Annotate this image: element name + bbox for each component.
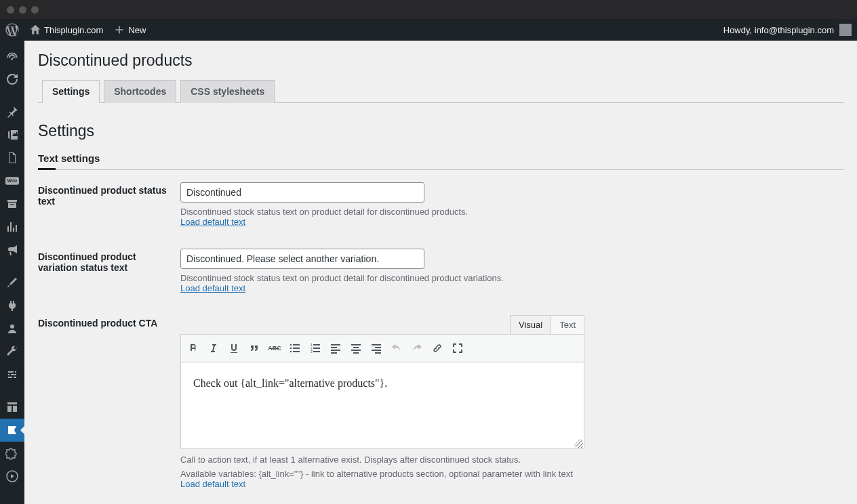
chart-bar-icon <box>5 220 19 234</box>
editor-text: Check out {alt_link="alternative product… <box>193 377 387 389</box>
plus-icon <box>114 24 125 35</box>
menu-generic-1[interactable] <box>0 442 24 465</box>
link-load-default-status[interactable]: Load default text <box>180 217 245 227</box>
menu-products[interactable] <box>0 192 24 215</box>
editor-redo-button[interactable] <box>407 339 426 358</box>
page-title: Discontinued products <box>38 51 843 70</box>
editor-italic-button[interactable] <box>204 339 223 358</box>
desc-cta-1: Call to action text, if at least 1 alter… <box>180 455 837 465</box>
section-title: Settings <box>38 122 843 140</box>
menu-tools[interactable] <box>0 340 24 363</box>
user-icon <box>5 322 19 335</box>
admin-bar: Thisplugin.com New Howdy, info@thisplugi… <box>0 19 857 41</box>
menu-marketing[interactable] <box>0 238 24 261</box>
menu-updates[interactable] <box>0 68 24 91</box>
bold-icon <box>186 341 200 355</box>
input-status-text[interactable] <box>180 182 424 203</box>
editor-ol-button[interactable]: 123 <box>306 339 325 358</box>
quote-icon <box>247 341 261 355</box>
editor-strike-button[interactable]: ABC <box>265 339 284 358</box>
italic-icon <box>207 341 220 355</box>
input-variation-status-text[interactable] <box>180 249 424 269</box>
editor-quote-button[interactable] <box>245 339 264 358</box>
admin-menu: Woo <box>0 41 24 504</box>
window-chrome <box>0 0 857 19</box>
label-cta: Discontinued product CTA <box>38 304 180 500</box>
menu-woocommerce[interactable]: Woo <box>0 169 24 192</box>
label-status-text: Discontinued product status text <box>38 171 180 238</box>
traffic-light-zoom[interactable] <box>31 6 39 14</box>
editor-fullscreen-button[interactable] <box>448 339 467 358</box>
menu-dashboard[interactable] <box>0 45 24 68</box>
desc-cta-2: Available variables: {alt_link=""} - lin… <box>180 469 837 479</box>
align-center-icon <box>349 341 363 355</box>
archive-icon <box>5 197 19 211</box>
editor-bold-button[interactable] <box>184 339 203 358</box>
dashboard-icon <box>5 49 19 63</box>
subsection-title: Text settings <box>38 152 843 170</box>
wrench-icon <box>5 345 19 358</box>
media-icon <box>5 128 19 142</box>
link-icon <box>431 341 444 355</box>
brush-icon <box>5 276 19 289</box>
nav-tabs: Settings Shortcodes CSS stylesheets <box>38 79 843 103</box>
plugin-icon <box>5 299 19 312</box>
menu-thisplugin[interactable] <box>0 419 24 442</box>
align-right-icon <box>370 341 383 355</box>
editor-toolbar: ABC 123 <box>180 334 584 362</box>
svg-point-6 <box>290 351 292 352</box>
wordpress-icon <box>5 23 19 37</box>
menu-pages[interactable] <box>0 146 24 169</box>
tab-settings[interactable]: Settings <box>42 80 100 103</box>
traffic-light-minimize[interactable] <box>19 6 26 14</box>
pushpin-icon <box>5 105 19 119</box>
link-load-default-variation[interactable]: Load default text <box>180 283 245 293</box>
editor-link-button[interactable] <box>428 339 447 358</box>
menu-plugins[interactable] <box>0 294 24 317</box>
new-content-menu[interactable]: New <box>108 24 151 35</box>
editor-tab-text[interactable]: Text <box>551 315 584 334</box>
menu-media[interactable] <box>0 123 24 146</box>
desc-variation-status-text: Discontinued stock status text on produc… <box>180 273 837 283</box>
menu-users[interactable] <box>0 317 24 340</box>
wp-logo-menu[interactable] <box>0 19 24 41</box>
menu-posts[interactable] <box>0 100 24 123</box>
editor-undo-button[interactable] <box>387 339 406 358</box>
label-variation-status-text: Discontinued product variation status te… <box>38 238 180 304</box>
link-load-default-cta[interactable]: Load default text <box>180 479 245 489</box>
list-ol-icon: 123 <box>308 341 322 355</box>
redo-icon <box>410 341 424 355</box>
puzzle-icon <box>5 446 19 460</box>
menu-templates[interactable] <box>0 396 24 419</box>
undo-icon <box>390 341 403 355</box>
editor-align-right-button[interactable] <box>367 339 386 358</box>
site-name-label: Thisplugin.com <box>44 25 103 35</box>
editor-ul-button[interactable] <box>285 339 304 358</box>
site-name-link[interactable]: Thisplugin.com <box>24 24 108 35</box>
menu-appearance[interactable] <box>0 271 24 294</box>
editor-tab-visual[interactable]: Visual <box>510 315 551 334</box>
editor-mode-tabs: Visual Text <box>180 315 584 334</box>
pages-icon <box>5 151 19 165</box>
editor-content[interactable]: Check out {alt_link="alternative product… <box>180 362 584 449</box>
update-icon <box>5 72 19 86</box>
editor-resize-handle[interactable] <box>574 439 582 447</box>
menu-analytics[interactable] <box>0 215 24 238</box>
align-left-icon <box>329 341 342 355</box>
traffic-light-close[interactable] <box>7 6 14 14</box>
templates-icon <box>5 400 19 414</box>
tab-shortcodes[interactable]: Shortcodes <box>104 80 176 103</box>
editor-underline-button[interactable] <box>224 339 243 358</box>
new-label: New <box>128 25 146 35</box>
woo-icon: Woo <box>5 174 19 188</box>
menu-generic-2[interactable] <box>0 465 24 488</box>
editor-align-left-button[interactable] <box>326 339 345 358</box>
svg-point-4 <box>290 344 292 345</box>
tab-css[interactable]: CSS stylesheets <box>180 80 275 103</box>
home-icon <box>30 24 41 35</box>
menu-settings[interactable] <box>0 363 24 386</box>
my-account[interactable]: Howdy, info@thisplugin.com <box>723 24 852 36</box>
editor-align-center-button[interactable] <box>346 339 365 358</box>
strikethrough-icon: ABC <box>268 341 281 355</box>
svg-text:Woo: Woo <box>7 179 17 184</box>
